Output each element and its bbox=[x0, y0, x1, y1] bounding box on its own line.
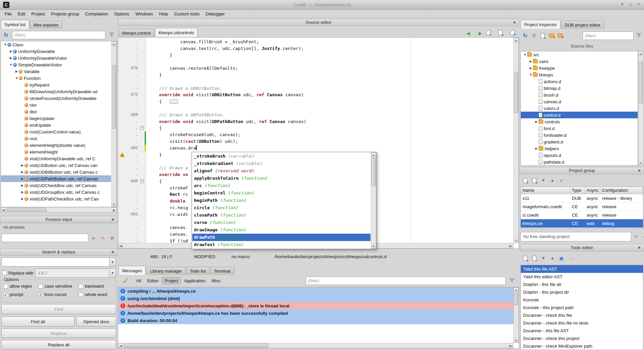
refresh-icon[interactable]: ↻ bbox=[521, 32, 529, 40]
project-row-kheops-ce[interactable]: kheops.ceCEwaitdebug bbox=[521, 219, 643, 228]
scroll-up-icon[interactable]: ▲ bbox=[112, 42, 116, 46]
completion-item-alignof[interactable]: alignof (reserved word) bbox=[192, 167, 370, 175]
move-up-icon[interactable]: ▲ bbox=[548, 176, 556, 184]
scroll-left-icon[interactable]: ◀ bbox=[118, 243, 123, 248]
gutter-cell[interactable]: . bbox=[118, 52, 146, 59]
close-icon[interactable]: × bbox=[110, 216, 115, 223]
completion-item-curve[interactable]: curve (function) bbox=[192, 219, 370, 226]
code-line[interactable]: . /// Draws a UDBitButton. bbox=[118, 85, 513, 92]
send-icon[interactable]: ▶ bbox=[90, 234, 98, 242]
apply-tool-icon[interactable]: → bbox=[566, 254, 575, 262]
symbol-tree-vscrollbar[interactable]: ▲▼ bbox=[111, 41, 116, 207]
completion-item-closepath[interactable]: closePath (function) bbox=[192, 212, 370, 219]
find-button[interactable]: Find bbox=[1, 304, 116, 314]
expand-icon[interactable]: ▶ bbox=[534, 147, 539, 150]
tree-item-freetype[interactable]: ▶freetype bbox=[521, 65, 638, 71]
completion-item-circle[interactable]: circle (function) bbox=[192, 204, 370, 212]
symbol-filter-input[interactable] bbox=[12, 31, 105, 39]
expand-icon[interactable]: ▶ bbox=[20, 184, 24, 187]
checkbox-allow-regex[interactable]: allow regex bbox=[3, 284, 38, 289]
gutter-cell[interactable]: . bbox=[118, 58, 146, 65]
move-down-icon[interactable]: ▼ bbox=[539, 176, 547, 184]
menu-debugger[interactable]: Debugger bbox=[203, 10, 228, 17]
tree-item-endupdate[interactable]: endUpdate bbox=[1, 122, 111, 128]
tool-item-dscanner-check-this-project[interactable]: Dscanner - check this project bbox=[521, 335, 643, 342]
tool-item-konsole-this-project-path[interactable]: Konsole - this project path bbox=[521, 304, 643, 311]
tree-item-beginupdate[interactable]: beginUpdate bbox=[1, 115, 111, 122]
add-icon[interactable]: + bbox=[641, 233, 644, 241]
menu-compilation[interactable]: Compilation bbox=[82, 10, 111, 17]
gutter-cell[interactable]: . bbox=[118, 98, 146, 105]
scroll-right-icon[interactable]: ▶ bbox=[508, 343, 513, 348]
refresh-icon[interactable]: ↻ bbox=[2, 31, 10, 39]
tree-item-brush-d[interactable]: brush.d bbox=[521, 92, 638, 98]
process-input-field[interactable] bbox=[1, 234, 88, 242]
expand-icon[interactable]: ▶ bbox=[9, 50, 13, 53]
close-icon[interactable]: × bbox=[637, 167, 642, 174]
gutter-cell[interactable]: . bbox=[118, 191, 146, 198]
gutter-cell[interactable]: 495 bbox=[118, 211, 146, 218]
code-line[interactable]: 485 canvas.dra bbox=[118, 145, 513, 152]
gutter-cell[interactable]: .! bbox=[118, 152, 146, 158]
gutter-cell[interactable]: . bbox=[118, 218, 146, 225]
shade-icon[interactable]: ▾ bbox=[621, 2, 624, 7]
tool-item-yatol-this-editor-ast[interactable]: Yatol this editor AST bbox=[521, 273, 643, 281]
tool-item-yatol-this-file-ast[interactable]: Yatol this file AST bbox=[521, 265, 643, 273]
scroll-down-icon[interactable]: ▼ bbox=[639, 161, 643, 165]
expand-icon[interactable]: ▶ bbox=[529, 66, 533, 70]
tool-item-dscanner-this-file-ast[interactable]: Dscanner - this file AST bbox=[521, 327, 643, 335]
project-row-iz-coedit[interactable]: iz.coeditCEasyncrelease bbox=[521, 211, 643, 219]
tree-item-bitmap-d[interactable]: bitmap.d bbox=[521, 85, 638, 92]
expand-icon[interactable]: ▶ bbox=[20, 197, 24, 200]
collapse-icon[interactable]: ▼ bbox=[9, 63, 13, 66]
code-line[interactable]: . canvas.fillBrush = _brushFont; bbox=[118, 39, 513, 45]
dropdown-icon[interactable]: ▼ bbox=[109, 257, 116, 267]
scroll-left-icon[interactable]: ◀ bbox=[118, 343, 123, 348]
tree-item-visit-udcheckbox-udc-ref-canvas[interactable]: ▶visit(UDCheckBox udc, ref Canvas bbox=[1, 182, 111, 189]
scroll-up-icon[interactable]: ▲ bbox=[514, 38, 518, 43]
scrollbar-thumb[interactable] bbox=[639, 61, 643, 103]
tree-item-class[interactable]: ▼Class bbox=[1, 41, 111, 48]
messages-tab-messages[interactable]: Messages bbox=[118, 266, 146, 275]
checkbox-backward[interactable]: backward bbox=[79, 284, 116, 289]
project-row-x11[interactable]: x11DUBasyncrelease - library bbox=[521, 194, 643, 202]
tree-item-function[interactable]: ▼Function bbox=[1, 75, 111, 81]
gutter-cell[interactable]: .− bbox=[118, 125, 146, 131]
tree-item-root-customcontrol-value[interactable]: root(CustomControl value) bbox=[1, 128, 111, 135]
move-up-icon[interactable]: ▲ bbox=[548, 254, 556, 262]
code-line[interactable]: . strokeFocused(udc, canvas); bbox=[118, 131, 513, 138]
filter-all-button[interactable]: All bbox=[134, 277, 144, 284]
expand-icon[interactable]: ▶ bbox=[20, 164, 24, 167]
completion-item-arc[interactable]: arc (function) bbox=[192, 182, 370, 189]
tree-item-cairo[interactable]: ▶cairo bbox=[521, 58, 638, 65]
tree-item-visit-udbutton-udc-ref-canvas-can[interactable]: ▶visit(UDButton udc, ref Canvas can bbox=[1, 162, 111, 169]
expand-icon[interactable]: ▶ bbox=[9, 56, 13, 60]
project-tab-project-inspector[interactable]: Project inspector bbox=[521, 20, 560, 29]
messages-vscrollbar[interactable]: ▲▼ bbox=[513, 287, 519, 343]
gutter-cell[interactable]: . bbox=[118, 138, 146, 145]
code-line[interactable]: . } bbox=[118, 52, 513, 59]
expand-icon[interactable]: ▶ bbox=[20, 177, 24, 180]
close-icon[interactable]: × bbox=[637, 244, 642, 251]
project-tab-dub-project-editor[interactable]: DUB project editor bbox=[561, 21, 604, 29]
gutter-cell[interactable]: . bbox=[118, 205, 146, 211]
menu-options[interactable]: Options bbox=[111, 10, 132, 17]
tree-item-visit-udpathbutton-udc-ref-canvas[interactable]: ▶visit(UDPathButton udc, ref Canvas bbox=[1, 175, 111, 182]
filter-editor-button[interactable]: Editor bbox=[144, 277, 161, 284]
add-folder-icon[interactable]: + bbox=[547, 32, 555, 40]
column-configuration[interactable]: Configuration bbox=[600, 187, 643, 194]
tree-item-control-d[interactable]: control.d bbox=[521, 112, 638, 118]
expand-icon[interactable]: ▶ bbox=[14, 70, 19, 73]
back-icon[interactable]: ◀ bbox=[464, 29, 472, 37]
completion-item-applybrushtocairo[interactable]: applyBrushToCairo (function) bbox=[192, 175, 370, 182]
gutter-cell[interactable]: . bbox=[118, 45, 146, 52]
menu-custom-tools[interactable]: Custom tools bbox=[171, 10, 203, 17]
code-line[interactable]: . } bbox=[118, 72, 513, 78]
gutter-cell[interactable]: . bbox=[118, 118, 146, 125]
scrollbar-thumb[interactable] bbox=[371, 158, 376, 186]
add-file-icon[interactable]: + bbox=[539, 32, 547, 40]
gutter-cell[interactable]: . bbox=[118, 238, 146, 243]
search-input[interactable] bbox=[1, 257, 109, 267]
gutter-cell[interactable]: . bbox=[118, 198, 146, 205]
async-icon[interactable]: ✓ bbox=[557, 176, 565, 184]
